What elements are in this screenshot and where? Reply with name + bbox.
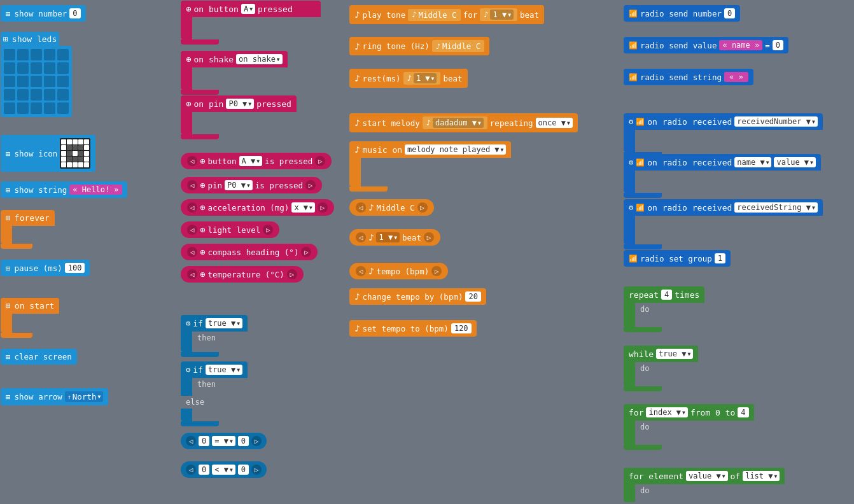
on-start-block[interactable]: on start xyxy=(1,298,59,338)
show-string-block[interactable]: show string Hello! xyxy=(1,181,127,198)
show-leds-block[interactable]: show leds xyxy=(1,32,59,46)
for-value[interactable]: 4 xyxy=(738,407,748,417)
button-is-pressed-block[interactable]: ◁ ⊕ button A ▼ is pressed ▷ xyxy=(181,153,332,169)
beat-value[interactable]: ♪ 1 ▼ xyxy=(480,8,517,21)
repeating-label: repeating xyxy=(490,118,533,128)
eq-left[interactable]: 0 xyxy=(199,436,209,446)
hello-value[interactable]: Hello! xyxy=(69,185,122,195)
index-dropdown[interactable]: index ▼ xyxy=(646,407,687,417)
shake-dropdown[interactable]: on shake xyxy=(236,54,283,64)
equals-block[interactable]: ◁ 0 = ▼ 0 ▷ xyxy=(181,433,267,449)
received-string-dropdown[interactable]: receivedString ▼ xyxy=(734,202,817,213)
on-radio-received-string-block[interactable]: ⚙ 📶 on radio received receivedString ▼ xyxy=(624,199,823,249)
on-radio-received-name-value-block[interactable]: ⚙ 📶 on radio received name ▼ value ▼ xyxy=(624,154,821,198)
change-tempo-value[interactable]: 20 xyxy=(465,291,480,302)
pin-p02-dropdown[interactable]: P0 ▼ xyxy=(225,180,253,190)
if-else-block[interactable]: ⚙ if true ▼ then else xyxy=(181,361,248,426)
middle-c2-value[interactable]: ♪ Middle C xyxy=(432,40,484,52)
rest-block[interactable]: ♪ rest(ms) ♪ 1 ▼ beat xyxy=(349,69,468,88)
eq-right[interactable]: 0 xyxy=(238,436,249,446)
show-number-value[interactable]: 0 xyxy=(69,8,80,18)
ring-tone-block[interactable]: ♪ ring tone (Hz) ♪ Middle C xyxy=(349,37,489,55)
repeat-value[interactable]: 4 xyxy=(661,290,672,300)
show-icon-block[interactable]: show icon xyxy=(1,135,95,172)
true-dropdown2[interactable]: true ▼ xyxy=(206,365,242,375)
radio-send-string-block[interactable]: 📶 radio send string « » xyxy=(624,69,753,85)
pause-block[interactable]: pause (ms) 100 xyxy=(1,260,90,276)
melody-note-dropdown[interactable]: melody note played ▼ xyxy=(405,144,506,155)
group-value[interactable]: 1 xyxy=(715,253,725,263)
on-shake-block[interactable]: ⊕ on shake on shake xyxy=(181,51,288,95)
pause-value[interactable]: 100 xyxy=(65,263,85,273)
eq-op-dropdown[interactable]: = ▼ xyxy=(212,436,235,446)
on-pin-pressed-block[interactable]: ⊕ on pin P0 ▼ pressed xyxy=(181,95,297,139)
repeat-block[interactable]: repeat 4 times do xyxy=(624,286,704,332)
change-tempo-block[interactable]: ♪ change tempo by (bpm) 20 xyxy=(349,288,486,305)
true-dropdown1[interactable]: true ▼ xyxy=(206,318,242,328)
north-dropdown[interactable]: ↑ North ▼ xyxy=(65,391,104,402)
axis-dropdown[interactable]: x ▼ xyxy=(291,202,315,213)
show-arrow-block[interactable]: show arrow ↑ North ▼ xyxy=(1,388,108,405)
start-melody-label: start melody xyxy=(362,118,419,128)
pin-p0-dropdown[interactable]: P0 ▼ xyxy=(226,99,254,109)
middle-c-value[interactable]: ♪ Middle C xyxy=(408,9,460,21)
name2-dropdown[interactable]: name ▼ xyxy=(734,157,771,167)
connector-right: ▷ xyxy=(315,156,325,166)
play-tone-block[interactable]: ♪ play tone ♪ Middle C for ♪ 1 ▼ beat xyxy=(349,5,544,24)
name-string[interactable]: name xyxy=(719,40,762,50)
connector-left10: ◁ xyxy=(356,232,366,242)
acceleration-block[interactable]: ◁ ⊕ acceleration (mg) x ▼ ▷ xyxy=(181,199,334,216)
beat-dropdown[interactable]: 1 ▼ xyxy=(490,10,514,20)
beat2-dropdown[interactable]: 1 ▼ xyxy=(376,232,400,242)
show-number-block[interactable]: show number 0 xyxy=(1,5,86,22)
connector-left5: ◁ xyxy=(187,247,197,257)
if-block-1[interactable]: ⚙ if true ▼ then xyxy=(181,315,248,357)
icon-preview[interactable] xyxy=(60,138,90,169)
is-pressed-label2: is pressed xyxy=(255,181,303,190)
button-a2-dropdown[interactable]: A ▼ xyxy=(239,156,263,166)
music-on-block[interactable]: ♪ music on melody note played ▼ xyxy=(349,141,511,192)
temperature-block[interactable]: ◁ ⊕ temperature (°C) ▷ xyxy=(181,266,304,283)
send-number-value[interactable]: 0 xyxy=(724,8,735,18)
clear-screen-block[interactable]: clear screen xyxy=(1,349,77,365)
while-block[interactable]: while true ▼ do xyxy=(624,346,698,391)
lt-left[interactable]: 0 xyxy=(199,465,209,475)
for-element-block[interactable]: for element value ▼ of list ▼ do xyxy=(624,468,785,502)
for-index-block[interactable]: for index ▼ from 0 to 4 do xyxy=(624,404,754,450)
on-button-pressed-block[interactable]: ⊕ on button A pressed xyxy=(181,1,321,45)
rest-beat-value[interactable]: ♪ 1 ▼ xyxy=(403,72,441,85)
value-dropdown[interactable]: value ▼ xyxy=(686,471,727,481)
start-melody-block[interactable]: ♪ start melody ♪ dadadum ▼ repeating onc… xyxy=(349,113,578,132)
beat2-block[interactable]: ◁ ♪ 1 ▼ beat ▷ xyxy=(349,229,440,246)
radio-set-group-block[interactable]: 📶 radio set group 1 xyxy=(624,250,731,267)
music-icon2: ♪ xyxy=(354,41,360,52)
forever-block[interactable]: forever xyxy=(1,210,55,249)
lt-op-dropdown[interactable]: < ▼ xyxy=(212,465,235,475)
send-val2[interactable]: 0 xyxy=(773,40,783,50)
rest-beat-dropdown[interactable]: 1 ▼ xyxy=(414,73,437,83)
radio-send-value-block[interactable]: 📶 radio send value name = 0 xyxy=(624,37,788,53)
lt-block[interactable]: ◁ 0 < ▼ 0 ▷ xyxy=(181,461,267,478)
led-grid[interactable] xyxy=(1,46,72,117)
compass-heading-block[interactable]: ◁ ⊕ compass heading (°) ▷ xyxy=(181,244,318,260)
melody-name-value[interactable]: ♪ dadadum ▼ xyxy=(423,116,487,129)
melody-dropdown[interactable]: dadadum ▼ xyxy=(433,118,484,128)
value2-dropdown[interactable]: value ▼ xyxy=(774,157,815,167)
button-a-dropdown[interactable]: A xyxy=(241,4,255,14)
set-tempo-value[interactable]: 120 xyxy=(451,323,472,333)
connector-left2: ◁ xyxy=(187,180,197,190)
radio-send-number-block[interactable]: 📶 radio send number 0 xyxy=(624,5,740,22)
tempo-block[interactable]: ◁ ♪ tempo (bpm) ▷ xyxy=(349,263,448,279)
set-tempo-block[interactable]: ♪ set tempo to (bpm) 120 xyxy=(349,320,477,337)
once-dropdown[interactable]: once ▼ xyxy=(536,118,573,128)
received-number-dropdown[interactable]: receivedNumber ▼ xyxy=(734,116,817,127)
lt-right[interactable]: 0 xyxy=(238,465,249,475)
connector-left8: ◁ xyxy=(186,465,196,475)
true-while-dropdown[interactable]: true ▼ xyxy=(656,349,693,359)
light-level-block[interactable]: ◁ ⊕ light level ▷ xyxy=(181,221,279,238)
empty-string[interactable]: « » xyxy=(724,72,748,82)
pin-is-pressed-block[interactable]: ◁ ⊕ pin P0 ▼ is pressed ▷ xyxy=(181,177,322,193)
on-radio-received-number-block[interactable]: ⚙ 📶 on radio received receivedNumber ▼ xyxy=(624,113,823,157)
list-dropdown[interactable]: list ▼ xyxy=(743,471,780,481)
middle-c3-block[interactable]: ◁ ♪ Middle C ▷ xyxy=(349,199,434,216)
